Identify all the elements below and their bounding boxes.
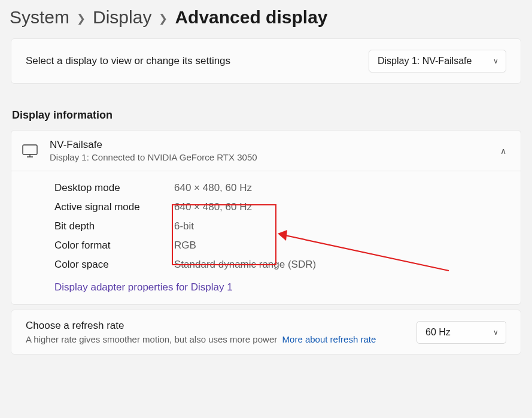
prop-key: Bit depth (54, 220, 174, 232)
select-display-card: Select a display to view or change its s… (11, 38, 521, 84)
refresh-rate-subtitle: A higher rate gives smoother motion, but… (26, 334, 376, 344)
refresh-rate-dropdown[interactable]: 60 Hz ∨ (417, 321, 506, 344)
select-display-label: Select a display to view or change its s… (26, 55, 230, 67)
more-about-refresh-rate-link[interactable]: More about refresh rate (282, 334, 376, 344)
prop-row-color-space: Color space Standard dynamic range (SDR) (54, 255, 506, 274)
prop-key: Color format (54, 240, 174, 252)
monitor-icon (22, 144, 38, 157)
breadcrumb: System ❯ Display ❯ Advanced display (0, 0, 532, 38)
refresh-rate-title: Choose a refresh rate (26, 320, 376, 332)
display-name: NV-Failsafe (50, 139, 488, 151)
prop-val: RGB (174, 240, 196, 252)
display-adapter-properties-link[interactable]: Display adapter properties for Display 1 (54, 281, 233, 293)
display-select-value: Display 1: NV-Failsafe (378, 56, 472, 66)
prop-val: Standard dynamic range (SDR) (174, 259, 316, 271)
prop-row-color-format: Color format RGB (54, 236, 506, 255)
chevron-right-icon: ❯ (159, 12, 168, 25)
prop-key: Color space (54, 259, 174, 271)
breadcrumb-display[interactable]: Display (93, 7, 151, 28)
breadcrumb-advanced-display: Advanced display (175, 7, 327, 28)
prop-row-active-signal-mode: Active signal mode 640 × 480, 60 Hz (54, 198, 506, 217)
svg-rect-0 (23, 145, 37, 155)
chevron-down-icon: ∨ (493, 328, 498, 337)
prop-row-desktop-mode: Desktop mode 640 × 480, 60 Hz (54, 178, 506, 198)
display-select-dropdown[interactable]: Display 1: NV-Failsafe ∨ (369, 50, 506, 72)
prop-row-bit-depth: Bit depth 6-bit (54, 217, 506, 236)
refresh-rate-value: 60 Hz (425, 327, 451, 337)
chevron-down-icon: ∨ (493, 57, 498, 65)
display-info-expander-header[interactable]: NV-Failsafe Display 1: Connected to NVID… (11, 131, 521, 171)
display-connection-subtitle: Display 1: Connected to NVIDIA GeForce R… (50, 152, 488, 162)
chevron-right-icon: ❯ (77, 12, 86, 25)
prop-key: Active signal mode (54, 201, 174, 213)
refresh-rate-card: Choose a refresh rate A higher rate give… (11, 310, 521, 355)
chevron-up-icon: ∧ (500, 146, 506, 156)
display-information-heading: Display information (12, 109, 520, 122)
prop-val: 6-bit (174, 220, 194, 232)
prop-val: 640 × 480, 60 Hz (174, 201, 252, 213)
display-info-body: Desktop mode 640 × 480, 60 Hz Active sig… (11, 171, 521, 304)
breadcrumb-system[interactable]: System (10, 7, 69, 28)
prop-key: Desktop mode (54, 182, 174, 194)
prop-val: 640 × 480, 60 Hz (174, 182, 252, 194)
display-info-card: NV-Failsafe Display 1: Connected to NVID… (11, 130, 521, 305)
